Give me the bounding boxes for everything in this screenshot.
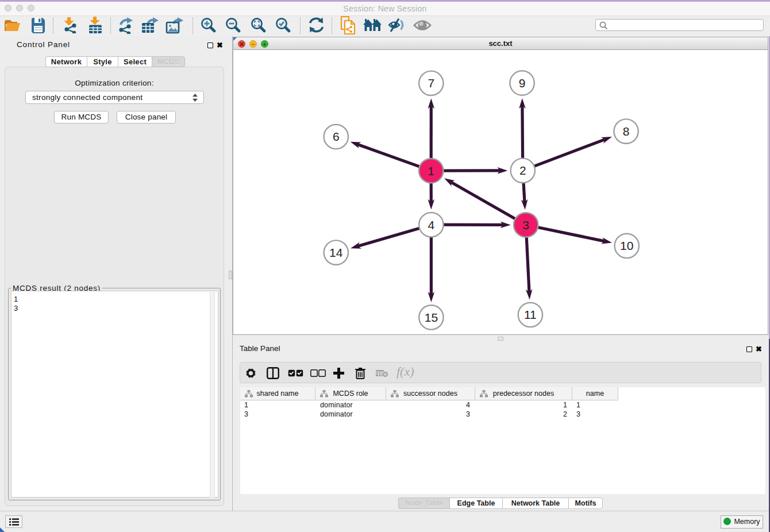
svg-text:1: 1 — [428, 164, 434, 178]
svg-text:6: 6 — [333, 130, 340, 143]
svg-text:2: 2 — [519, 164, 526, 177]
svg-text:10: 10 — [620, 239, 633, 252]
svg-text:3: 3 — [522, 218, 529, 232]
svg-text:8: 8 — [623, 125, 630, 138]
svg-text:15: 15 — [425, 311, 438, 324]
svg-text:4: 4 — [428, 218, 435, 232]
svg-text:11: 11 — [524, 308, 537, 321]
svg-text:9: 9 — [519, 76, 526, 90]
svg-text:14: 14 — [329, 246, 343, 259]
svg-text:7: 7 — [428, 76, 434, 90]
